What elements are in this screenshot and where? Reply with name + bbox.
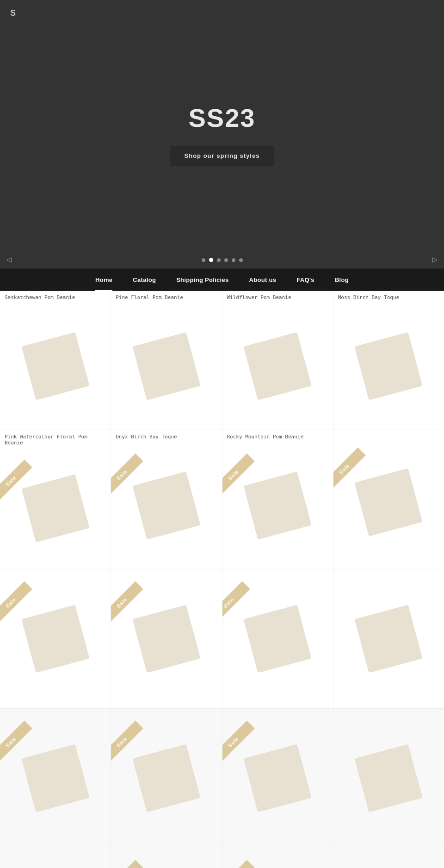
nav-item-blog[interactable]: Blog	[325, 269, 359, 291]
product-placeholder	[132, 605, 200, 673]
product-image-area: Sale	[222, 709, 333, 848]
product-name: Onyx Birch Bay Toque	[111, 430, 222, 442]
product-image-area: Sale	[111, 569, 222, 708]
product-card[interactable]: Sale	[222, 848, 333, 868]
product-placeholder	[21, 332, 89, 400]
product-card[interactable]	[333, 848, 444, 868]
product-image-area	[111, 302, 222, 430]
product-placeholder	[132, 744, 200, 812]
product-image-area: Sale	[222, 569, 333, 708]
product-card[interactable]	[0, 848, 111, 868]
product-placeholder	[244, 332, 312, 400]
product-card[interactable]: Sale	[222, 709, 333, 848]
product-card[interactable]: Sale	[0, 709, 111, 848]
site-logo[interactable]: S	[10, 8, 16, 18]
product-row-2: Pink Watercolour Floral Pom Beanie Sale …	[0, 430, 444, 569]
product-placeholder	[244, 744, 312, 812]
product-row-1: Saskatchewan Pom Beanie Pine Floral Pom …	[0, 291, 444, 430]
product-image-area: Sale	[0, 448, 111, 569]
product-row-4: Sale Sale Sale	[0, 709, 444, 848]
product-image-area: Sale	[222, 442, 333, 569]
main-nav: Home Catalog Shipping Policies About us …	[0, 269, 444, 291]
product-image-area: Sale	[111, 442, 222, 569]
product-placeholder	[355, 332, 423, 400]
product-image-area: Sale	[0, 709, 111, 848]
product-placeholder	[132, 471, 200, 539]
product-name: Pink Watercolour Floral Pom Beanie	[0, 430, 111, 448]
product-image-area	[222, 302, 333, 430]
hero-dot-2[interactable]	[209, 258, 213, 262]
product-placeholder	[21, 605, 89, 673]
product-image-area: Sale	[333, 436, 444, 569]
product-card[interactable]: Sale	[333, 430, 444, 569]
product-card[interactable]: Sale	[222, 569, 333, 708]
product-image-area: Sale	[222, 848, 333, 868]
product-card[interactable]: Saskatchewan Pom Beanie	[0, 291, 111, 430]
product-card[interactable]: Sale	[111, 709, 222, 848]
product-placeholder	[244, 605, 312, 673]
product-card[interactable]: Wildflower Pom Beanie	[222, 291, 333, 430]
product-name: Pine Floral Pom Beanie	[111, 291, 222, 302]
product-placeholder	[355, 468, 423, 537]
hero-dot-5[interactable]	[232, 258, 235, 262]
product-placeholder	[355, 744, 423, 812]
hero-dot-4[interactable]	[224, 258, 228, 262]
hero-next-arrow[interactable]: ▷	[432, 256, 438, 263]
sale-badge: Sale	[111, 860, 143, 868]
product-image-area	[0, 302, 111, 430]
product-card[interactable]	[333, 709, 444, 848]
product-image-area	[333, 569, 444, 708]
sale-badge: Sale	[222, 860, 255, 868]
hero-title: SS23	[189, 103, 256, 133]
product-card[interactable]: Onyx Birch Bay Toque Sale	[111, 430, 222, 569]
product-placeholder	[132, 332, 200, 400]
product-card[interactable]: Rocky Mountain Pom Beanie Sale	[222, 430, 333, 569]
hero-cta-button[interactable]: Shop our spring styles	[170, 146, 275, 166]
nav-item-about[interactable]: About us	[239, 269, 287, 291]
nav-item-faq[interactable]: FAQ's	[286, 269, 325, 291]
product-image-area: Sale	[111, 848, 222, 868]
product-card[interactable]	[333, 569, 444, 708]
product-image-area	[0, 848, 111, 868]
nav-item-shipping[interactable]: Shipping Policies	[166, 269, 239, 291]
product-image-area	[333, 848, 444, 868]
product-placeholder	[355, 605, 423, 673]
product-name: Rocky Mountain Pom Beanie	[222, 430, 333, 442]
product-row-3: Sale Sale Sale	[0, 569, 444, 709]
product-row-5: Sale Sale	[0, 848, 444, 868]
hero-section: S SS23 Shop our spring styles ◁ ▷	[0, 0, 444, 269]
product-placeholder	[21, 475, 89, 543]
product-image-area	[333, 709, 444, 848]
product-card[interactable]: Sale	[111, 569, 222, 708]
product-card[interactable]: Sale	[0, 569, 111, 708]
product-name: Moss Birch Bay Toque	[333, 291, 444, 302]
product-name: Wildflower Pom Beanie	[222, 291, 333, 302]
hero-dot-6[interactable]	[239, 258, 243, 262]
hero-dot-1[interactable]	[202, 258, 205, 262]
sale-badge: Sale	[222, 581, 250, 624]
product-image-area: Sale	[111, 709, 222, 848]
product-card[interactable]: Sale	[111, 848, 222, 868]
product-image-area: Sale	[0, 569, 111, 708]
nav-item-catalog[interactable]: Catalog	[123, 269, 166, 291]
product-card[interactable]: Pine Floral Pom Beanie	[111, 291, 222, 430]
product-image-area	[333, 302, 444, 430]
nav-item-home[interactable]: Home	[85, 269, 123, 291]
product-card[interactable]: Pink Watercolour Floral Pom Beanie Sale	[0, 430, 111, 569]
hero-prev-arrow[interactable]: ◁	[6, 256, 12, 263]
product-card[interactable]: Moss Birch Bay Toque	[333, 291, 444, 430]
product-placeholder	[21, 744, 89, 812]
hero-dot-3[interactable]	[217, 258, 221, 262]
hero-dots	[0, 258, 444, 262]
product-name	[333, 430, 444, 436]
product-placeholder	[244, 471, 312, 539]
product-name: Saskatchewan Pom Beanie	[0, 291, 111, 302]
